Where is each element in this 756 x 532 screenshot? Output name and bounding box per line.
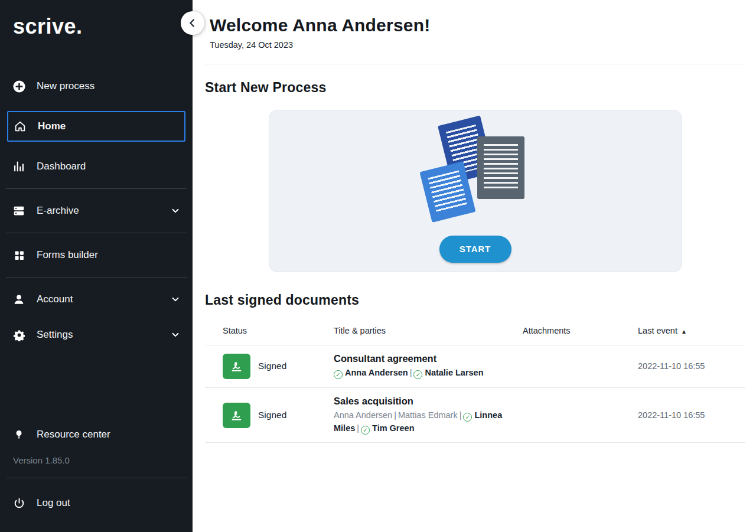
section-title: Start New Process: [205, 80, 745, 96]
last-signed-documents-section: Last signed documents Status Title & par…: [205, 292, 745, 443]
party-name: Mattias Edmark: [398, 410, 458, 420]
current-date: Tuesday, 24 Oct 2023: [210, 40, 745, 50]
section-title: Last signed documents: [205, 292, 745, 308]
sidebar-item-e-archive[interactable]: E-archive: [0, 195, 193, 226]
table-row[interactable]: Signed Consultant agreement ✓Anna Anders…: [205, 345, 745, 388]
bar-chart-icon: [12, 159, 26, 174]
sidebar-item-label: E-archive: [37, 205, 79, 217]
status-cell: Signed: [223, 354, 334, 379]
sidebar-item-label: Resource center: [37, 429, 110, 440]
column-header-last-event[interactable]: Last event▲: [638, 326, 745, 335]
chevron-down-icon: [170, 294, 181, 305]
sidebar-item-new-process[interactable]: New process: [0, 71, 193, 102]
archive-icon: [12, 204, 26, 218]
column-header-attachments[interactable]: Attachments: [523, 326, 638, 335]
page-header: Welcome Anna Andersen! Tuesday, 24 Oct 2…: [210, 15, 745, 50]
document-title: Consultant agreement: [334, 353, 523, 364]
collapse-sidebar-button[interactable]: [181, 11, 204, 35]
sidebar-divider: [6, 277, 187, 278]
sidebar-item-dashboard[interactable]: Dashboard: [0, 151, 193, 182]
main-content: Welcome Anna Andersen! Tuesday, 24 Oct 2…: [193, 0, 756, 532]
sidebar-divider: [6, 233, 187, 233]
table-header-row: Status Title & parties Attachments Last …: [205, 326, 745, 345]
chevron-down-icon: [170, 205, 181, 216]
table-body: Signed Consultant agreement ✓Anna Anders…: [205, 345, 745, 443]
sort-ascending-icon: ▲: [681, 328, 687, 335]
sidebar-item-label: Dashboard: [37, 161, 86, 172]
start-button[interactable]: START: [439, 236, 511, 263]
column-header-title-parties[interactable]: Title & parties: [334, 326, 523, 335]
home-icon: [13, 119, 27, 133]
plus-circle-icon: [12, 79, 26, 93]
title-parties-cell: Sales acquisition Anna Andersen|Mattias …: [334, 396, 523, 435]
sidebar-divider: [6, 188, 187, 189]
sidebar-item-home[interactable]: Home: [7, 111, 185, 142]
document-parties: Anna Andersen|Mattias Edmark|✓Linnea Mil…: [334, 409, 512, 435]
lightbulb-icon: [12, 427, 26, 442]
sidebar-divider: [6, 478, 187, 478]
status-cell: Signed: [223, 403, 334, 428]
chevron-down-icon: [170, 329, 181, 340]
person-icon: [12, 292, 26, 306]
last-event-cell: 2022-11-10 16:55: [638, 361, 745, 371]
table-row[interactable]: Signed Sales acquisition Anna Andersen|M…: [205, 388, 745, 443]
signed-check-icon: ✓: [413, 370, 422, 379]
last-event-cell: 2022-11-10 16:55: [638, 410, 745, 420]
party-separator: |: [392, 410, 398, 420]
party-separator: |: [408, 368, 414, 377]
sidebar-item-label: Forms builder: [37, 249, 98, 261]
party-name: Anna Andersen: [334, 410, 392, 420]
sidebar-item-forms-builder[interactable]: Forms builder: [0, 240, 193, 270]
party-name: ✓Natalie Larsen: [413, 368, 483, 377]
sidebar: scrive. New process Home Dashboard: [0, 0, 193, 532]
gear-icon: [12, 328, 26, 342]
party-name: ✓Tim Green: [361, 423, 414, 433]
sidebar-item-logout[interactable]: Log out: [0, 485, 193, 521]
sidebar-bottom: Resource center Version 1.85.0 Log out: [0, 417, 193, 532]
signature-icon: [223, 354, 250, 379]
start-new-process-section: Start New Process START: [205, 80, 745, 272]
signature-icon: [223, 403, 250, 428]
sidebar-item-label: Account: [37, 293, 73, 305]
sidebar-item-label: New process: [37, 80, 94, 92]
chevron-left-icon: [186, 17, 199, 30]
power-icon: [12, 496, 26, 510]
column-header-status[interactable]: Status: [223, 326, 334, 335]
document-title: Sales acquisition: [334, 396, 523, 407]
documents-table: Status Title & parties Attachments Last …: [205, 326, 745, 443]
scrive-logo: scrive.: [13, 14, 193, 39]
documents-illustration: [425, 120, 526, 221]
grid-icon: [12, 248, 26, 262]
party-name: ✓Anna Andersen: [334, 368, 408, 377]
sidebar-item-resource-center[interactable]: Resource center: [0, 420, 193, 449]
document-graphic-gray: [477, 136, 524, 199]
document-parties: ✓Anna Andersen|✓Natalie Larsen: [334, 367, 512, 380]
header-divider: [205, 64, 745, 64]
status-label: Signed: [258, 410, 286, 420]
app-window: scrive. New process Home Dashboard: [0, 0, 756, 532]
start-panel: START: [269, 110, 682, 272]
sidebar-nav: New process Home Dashboard E-archive: [0, 68, 193, 353]
sidebar-item-settings[interactable]: Settings: [0, 319, 193, 350]
party-separator: |: [355, 423, 361, 433]
signed-check-icon: ✓: [361, 426, 370, 435]
status-label: Signed: [258, 361, 286, 371]
sidebar-item-label: Log out: [37, 497, 70, 509]
sidebar-item-account[interactable]: Account: [0, 284, 193, 315]
signed-check-icon: ✓: [463, 413, 472, 422]
signed-check-icon: ✓: [334, 370, 343, 379]
sidebar-item-label: Home: [38, 120, 66, 132]
party-separator: |: [458, 410, 464, 420]
title-parties-cell: Consultant agreement ✓Anna Andersen|✓Nat…: [334, 353, 523, 380]
version-label: Version 1.85.0: [0, 452, 193, 474]
page-title: Welcome Anna Andersen!: [210, 15, 745, 35]
sidebar-item-label: Settings: [37, 329, 73, 341]
